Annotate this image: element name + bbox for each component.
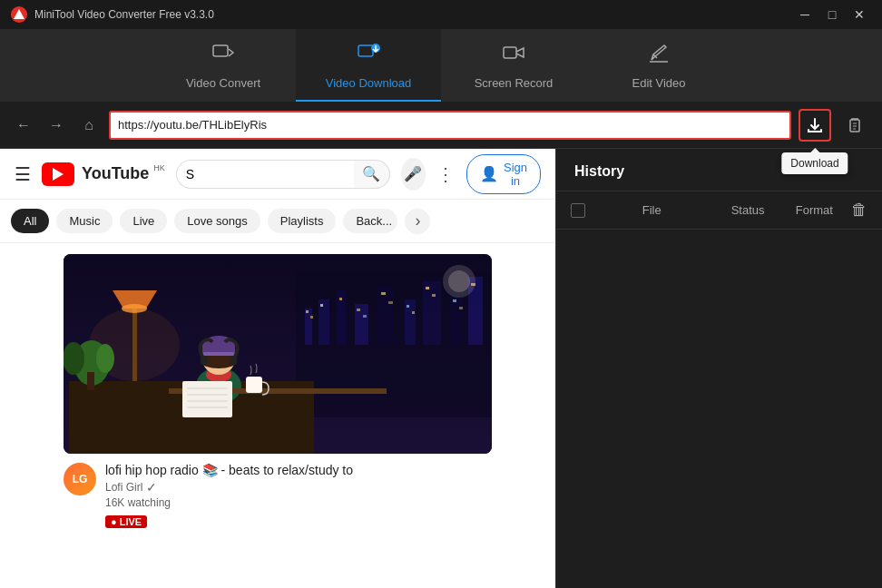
tab-video-convert-label: Video Convert [186,76,260,90]
video-title: lofi hip hop radio 📚 - beats to relax/st… [105,463,492,477]
svg-rect-29 [453,299,456,302]
home-button[interactable]: ⌂ [76,113,102,138]
history-col-status: Status [719,203,778,217]
svg-rect-53 [202,352,235,356]
filter-chip-music[interactable]: Music [56,209,113,233]
minimize-button[interactable]: ─ [793,5,817,24]
record-icon [501,40,526,71]
url-input[interactable] [118,118,782,132]
download-tab-icon [356,40,381,71]
browser-pane: ☰ YouTube HK 🔍 🎤 ⋮ 👤 Sign in All [0,149,555,588]
convert-icon [211,40,236,71]
main-content: ☰ YouTube HK 🔍 🎤 ⋮ 👤 Sign in All [0,149,882,588]
filter-bar: All Music Live Love songs Playlists Back… [0,200,555,243]
app-title: MiniTool Video Converter Free v3.3.0 [34,8,793,21]
filter-chip-playlists[interactable]: Playlists [268,209,337,233]
forward-button[interactable]: → [44,113,69,138]
svg-rect-57 [182,381,232,417]
tab-video-download[interactable]: Video Download [296,29,441,102]
svg-rect-21 [357,309,360,311]
svg-rect-1 [213,45,228,56]
tab-video-convert[interactable]: Video Convert [151,29,296,102]
tab-screen-record[interactable]: Screen Record [441,29,586,102]
svg-rect-2 [358,45,373,56]
svg-rect-42 [87,372,94,390]
svg-rect-13 [405,299,416,345]
download-button-wrapper: Download [799,109,831,142]
yt-logo-text: YouTube [82,164,149,183]
tab-video-download-label: Video Download [326,76,411,90]
signin-label: Sign in [504,161,527,188]
yt-logo-icon [42,162,74,186]
svg-rect-24 [388,301,393,304]
svg-rect-23 [381,292,386,295]
svg-marker-0 [14,9,24,19]
filter-chip-back[interactable]: Back... [343,209,397,233]
svg-point-41 [96,344,114,373]
download-button[interactable] [799,109,831,142]
filter-chip-all[interactable]: All [11,209,49,233]
back-button[interactable]: ← [11,113,36,138]
svg-rect-30 [459,307,463,309]
svg-rect-4 [504,47,516,58]
maximize-button[interactable]: □ [820,5,844,24]
signin-person-icon: 👤 [480,165,498,182]
yt-header-right: ⋮ 👤 Sign in [436,154,541,194]
yt-logo-badge: HK [153,163,165,172]
history-delete-button[interactable]: 🗑 [851,201,867,220]
window-controls: ─ □ ✕ [793,5,871,24]
video-stats: 16K watching [105,496,492,509]
verified-badge: ✓ [146,480,157,495]
close-button[interactable]: ✕ [848,5,871,24]
video-info: LG lofi hip hop radio 📚 - beats to relax… [64,454,492,538]
history-col-file: File [593,203,711,217]
live-badge: ● LIVE [105,515,147,528]
yt-mic-button[interactable]: 🎤 [401,158,426,191]
download-tooltip: Download [781,152,848,174]
svg-rect-28 [432,294,436,297]
svg-rect-22 [363,315,367,318]
svg-rect-25 [407,305,409,308]
yt-signin-button[interactable]: 👤 Sign in [466,154,541,194]
url-input-wrapper [109,111,791,140]
svg-rect-54 [201,356,208,365]
filter-chip-love-songs[interactable]: Love songs [174,209,260,233]
yt-search-button[interactable]: 🔍 [354,160,390,189]
history-select-all[interactable] [571,203,585,218]
svg-rect-55 [230,356,237,365]
svg-point-33 [448,270,470,292]
filter-more-button[interactable]: › [405,209,430,234]
channel-avatar: LG [64,463,96,495]
video-content: LG lofi hip hop radio 📚 - beats to relax… [0,243,555,588]
edit-icon [646,40,671,71]
svg-rect-18 [310,316,313,318]
titlebar: MiniTool Video Converter Free v3.3.0 ─ □… [0,0,882,29]
video-thumb-image [64,254,492,454]
yt-search-bar: 🔍 [176,160,390,189]
yt-menu-button[interactable]: ☰ [15,163,31,185]
history-table-header: File Status Format 🗑 [556,191,882,230]
svg-rect-14 [423,281,441,345]
svg-rect-9 [318,299,329,345]
svg-point-40 [64,342,84,375]
svg-rect-27 [426,287,429,289]
history-pane: History File Status Format 🗑 [555,149,882,588]
video-channel: Lofi Girl ✓ [105,480,492,495]
tab-screen-record-label: Screen Record [475,76,554,90]
svg-rect-26 [412,311,415,314]
yt-more-button[interactable]: ⋮ [436,163,456,185]
watch-count: 16K watching [105,496,171,509]
history-col-format: Format [785,203,844,217]
video-meta: lofi hip hop radio 📚 - beats to relax/st… [105,463,492,529]
history-empty [556,230,882,588]
tab-edit-video[interactable]: Edit Video [586,29,731,102]
filter-chip-live[interactable]: Live [120,209,167,233]
svg-rect-8 [305,309,312,345]
yt-search-input[interactable] [176,160,354,189]
svg-rect-20 [339,298,342,300]
video-thumbnail: LG lofi hip hop radio 📚 - beats to relax… [42,254,514,538]
live-badge-wrapper: ● LIVE [105,513,492,529]
clipboard-button[interactable] [838,109,871,142]
url-bar: ← → ⌂ Download [0,102,882,149]
svg-rect-19 [320,304,323,307]
